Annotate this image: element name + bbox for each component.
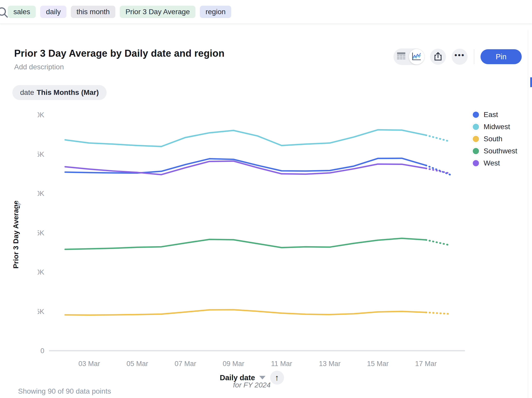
x-axis-label[interactable]: Daily date <box>220 374 255 382</box>
line-chart[interactable]: 025K50K75K100K125K150K03 Mar05 Mar07 Mar… <box>38 111 466 369</box>
legend-item-south[interactable]: South <box>473 135 517 143</box>
search-bar[interactable]: salesdailythis monthPrior 3 Day Averager… <box>0 0 532 24</box>
chart-view-button[interactable] <box>409 48 424 65</box>
filter-value: This Months (Mar) <box>37 88 99 97</box>
x-axis-line <box>49 350 465 351</box>
legend-dot <box>473 160 479 166</box>
y-tick-label: 100K <box>38 190 44 197</box>
series-projection-west <box>426 168 450 173</box>
toolbar: ••• Pin <box>393 48 522 65</box>
series-projection-south <box>426 312 450 314</box>
x-tick-label: 13 Mar <box>319 360 340 368</box>
share-button[interactable] <box>430 49 446 65</box>
y-tick-label: 50K <box>38 268 44 276</box>
search-token-sales[interactable]: sales <box>8 6 36 18</box>
status-text: Showing 90 of 90 data points <box>18 387 111 395</box>
y-tick-label: 75K <box>38 229 44 237</box>
scroll-position-indicator <box>530 77 532 87</box>
line-chart-icon <box>412 52 422 62</box>
legend-item-midwest[interactable]: Midwest <box>473 123 517 131</box>
table-icon <box>397 52 406 62</box>
more-options-button[interactable]: ••• <box>452 49 468 65</box>
legend-dot <box>473 136 479 142</box>
add-description-button[interactable]: Add description <box>14 63 64 71</box>
series-projection-southwest <box>426 240 450 245</box>
legend-item-east[interactable]: East <box>473 111 517 119</box>
search-token-daily[interactable]: daily <box>40 6 66 18</box>
search-token-this-month[interactable]: this month <box>71 6 115 18</box>
legend-label: East <box>484 111 498 119</box>
table-view-button[interactable] <box>393 48 409 65</box>
chart-legend: EastMidwestSouthSouthwestWest <box>473 111 517 167</box>
legend-dot <box>473 148 479 154</box>
legend-item-west[interactable]: West <box>473 159 517 167</box>
ellipsis-icon: ••• <box>454 51 465 62</box>
y-axis-title[interactable]: Prior 3 Day Average <box>10 162 22 307</box>
toolbar-divider <box>474 49 474 64</box>
pin-button[interactable]: Pin <box>480 49 522 64</box>
series-line-southwest[interactable] <box>65 238 426 249</box>
series-line-midwest[interactable] <box>65 130 426 147</box>
x-tick-label: 09 Mar <box>223 360 244 368</box>
x-tick-label: 11 Mar <box>271 360 292 368</box>
series-projection-midwest <box>426 135 450 141</box>
x-tick-label: 15 Mar <box>367 360 389 368</box>
legend-label: West <box>484 159 500 167</box>
filter-prefix: date <box>20 88 34 97</box>
search-token-region[interactable]: region <box>200 6 231 18</box>
legend-dot <box>473 124 479 130</box>
legend-label: South <box>484 135 502 143</box>
panel-border <box>528 30 528 398</box>
x-tick-label: 07 Mar <box>175 360 196 368</box>
legend-label: Southwest <box>484 147 517 155</box>
y-tick-label: 125K <box>38 151 44 158</box>
axis-expand-icon[interactable] <box>18 202 21 207</box>
x-tick-label: 03 Mar <box>78 360 100 368</box>
y-tick-label: 150K <box>38 111 44 119</box>
legend-item-southwest[interactable]: Southwest <box>473 147 517 155</box>
chevron-down-icon[interactable] <box>259 376 265 379</box>
search-token-prior-3-day-average[interactable]: Prior 3 Day Average <box>120 6 195 18</box>
series-projection-east <box>426 165 450 175</box>
y-tick-label: 25K <box>38 308 44 316</box>
y-tick-label: 0 <box>40 347 44 355</box>
share-icon <box>434 52 442 62</box>
x-tick-label: 17 Mar <box>415 360 437 368</box>
x-tick-label: 05 Mar <box>126 360 148 368</box>
view-toggle <box>393 48 424 65</box>
legend-label: Midwest <box>484 123 510 131</box>
date-filter-pill[interactable]: date This Months (Mar) <box>12 85 107 100</box>
search-icon[interactable] <box>0 6 9 19</box>
series-line-south[interactable] <box>65 310 426 315</box>
legend-dot <box>473 112 479 118</box>
page-title[interactable]: Prior 3 Day Average by Daily date and re… <box>14 48 225 59</box>
